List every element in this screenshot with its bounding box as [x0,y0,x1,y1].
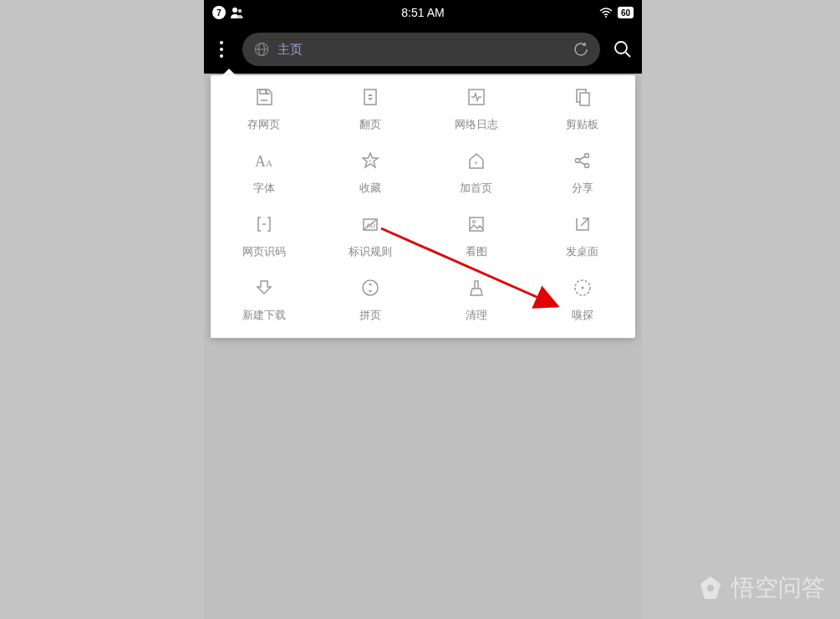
wifi-icon [599,8,613,18]
svg-point-18 [584,154,588,158]
menu-label: 发桌面 [566,244,598,259]
brackets-icon [252,212,276,236]
menu-item-net-log[interactable]: 网络日志 [423,85,529,132]
svg-text:+: + [474,159,478,167]
nav-bar: 主页 [204,25,642,74]
svg-point-28 [363,280,378,295]
status-time: 8:51 AM [401,6,444,19]
svg-rect-9 [364,90,376,105]
device-frame: 7 8:51 AM 60 [204,0,642,619]
svg-point-6 [615,42,627,54]
menu-grid: 存网页 翻页 网络日志 剪贴板 [211,85,635,323]
svg-text:+: + [368,157,372,165]
adblock-icon: AD [359,212,382,236]
menu-item-mark-rules[interactable]: AD 标识规则 [317,212,423,259]
menu-label: 标识规则 [349,244,392,259]
menu-label: 分享 [572,181,593,196]
menu-item-cleanup[interactable]: 清理 [423,276,529,323]
merge-icon [359,276,382,299]
menu-label: 网页识码 [242,244,286,259]
dropdown-notch [222,69,236,75]
star-plus-icon: + [359,149,382,172]
svg-line-20 [579,156,585,160]
menu-item-merge-page[interactable]: 拼页 [317,276,423,323]
menu-label: 新建下载 [242,308,286,323]
svg-point-17 [575,159,579,163]
external-link-icon [571,212,594,236]
url-text: 主页 [277,42,565,58]
url-bar[interactable]: 主页 [242,33,600,66]
svg-point-32 [707,585,714,591]
menu-item-add-home[interactable]: + 加首页 [423,149,529,196]
menu-label: 字体 [253,181,275,196]
svg-text:A: A [255,153,266,170]
battery-indicator: 60 [618,7,634,18]
search-icon [613,40,632,59]
watermark-logo-icon [696,574,725,602]
image-icon [465,212,488,236]
menu-item-favorites[interactable]: + 收藏 [317,149,423,196]
watermark-text: 悟空问答 [731,572,825,604]
status-right: 60 [599,7,634,18]
menu-label: 翻页 [359,117,381,132]
svg-rect-12 [580,93,589,105]
menu-label: 存网页 [247,117,280,132]
download-icon [252,276,276,299]
menu-item-flip-page[interactable]: 翻页 [317,85,423,132]
menu-label: 清理 [466,308,487,323]
menu-item-font[interactable]: AA 字体 [211,149,317,196]
svg-point-27 [472,221,475,223]
sniff-icon [571,276,594,299]
menu-label: 收藏 [359,181,381,196]
save-icon [252,85,276,109]
status-left: 7 [212,6,244,19]
font-icon: AA [252,149,276,172]
svg-point-30 [581,287,583,289]
flip-page-icon [359,85,382,109]
activity-icon [465,85,488,109]
menu-label: 拼页 [359,308,381,323]
svg-text:A: A [266,158,272,168]
svg-line-21 [579,161,585,165]
watermark: 悟空问答 [696,572,825,604]
share-icon [571,149,594,172]
home-plus-icon: + [465,149,488,172]
svg-text:AD: AD [366,222,375,229]
menu-item-share[interactable]: 分享 [529,149,635,196]
notification-badge: 7 [212,6,226,19]
menu-item-clipboard[interactable]: 剪贴板 [529,85,635,132]
menu-item-new-download[interactable]: 新建下载 [211,276,317,323]
menu-label: 网络日志 [455,117,498,132]
svg-rect-26 [470,217,483,231]
user-icon [231,7,244,18]
refresh-icon[interactable] [573,42,588,57]
menu-label: 剪贴板 [566,117,598,132]
menu-label: 嗅探 [572,308,593,323]
menu-button[interactable] [209,33,234,66]
menu-label: 加首页 [460,181,492,196]
menu-item-view-image[interactable]: 看图 [423,212,529,259]
menu-item-sniff[interactable]: 嗅探 [529,276,635,323]
broom-icon [465,276,488,299]
menu-label: 看图 [466,244,487,259]
svg-point-19 [584,164,588,168]
clipboard-icon [571,85,594,109]
menu-item-page-code[interactable]: 网页识码 [211,212,317,259]
status-bar: 7 8:51 AM 60 [204,0,642,25]
svg-line-7 [626,53,631,58]
search-button[interactable] [608,40,637,59]
svg-point-1 [238,9,242,13]
dropdown-panel: 存网页 翻页 网络日志 剪贴板 [211,75,635,338]
menu-item-save-page[interactable]: 存网页 [211,85,317,132]
svg-point-0 [232,8,237,13]
globe-icon [254,42,269,57]
menu-item-send-desktop[interactable]: 发桌面 [529,212,635,259]
svg-point-2 [605,16,607,18]
